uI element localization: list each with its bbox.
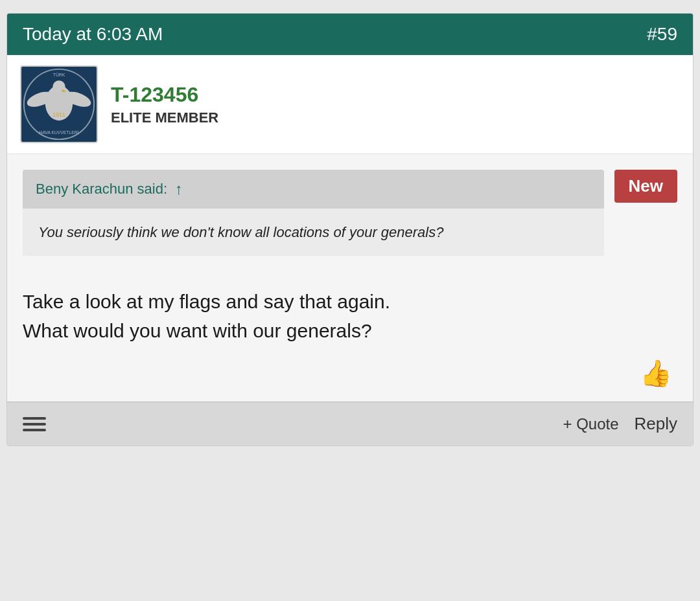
- quote-button[interactable]: + Quote: [563, 415, 618, 433]
- quote-arrow-icon: ↑: [175, 180, 183, 198]
- quote-content: You seriously think we don't know all lo…: [23, 209, 604, 256]
- footer-actions: + Quote Reply: [563, 414, 677, 434]
- post-number: #59: [647, 24, 677, 45]
- username: T-123456: [111, 83, 218, 107]
- svg-text:1911: 1911: [52, 111, 65, 118]
- svg-text:HAVA KUVVETLERİ: HAVA KUVVETLERİ: [40, 130, 79, 135]
- quote-header: Beny Karachun said: ↑: [23, 170, 604, 209]
- quote-inner: Beny Karachun said: ↑ You seriously thin…: [23, 170, 604, 256]
- hamburger-line-1: [23, 417, 46, 420]
- quote-and-badge-wrapper: Beny Karachun said: ↑ You seriously thin…: [23, 170, 677, 271]
- quote-author: Beny Karachun said:: [36, 181, 167, 198]
- menu-icon[interactable]: [23, 417, 46, 431]
- post-text-line2: What would you want with our generals?: [23, 320, 372, 341]
- avatar: HAVA KUVVETLERİ TÜRK 1911: [20, 65, 98, 143]
- hamburger-line-2: [23, 423, 46, 425]
- post-container: Today at 6:03 AM #59: [6, 13, 694, 446]
- user-rank: ELITE MEMBER: [111, 109, 218, 126]
- post-text: Take a look at my flags and say that aga…: [23, 287, 677, 345]
- hamburger-line-3: [23, 429, 46, 431]
- user-details: T-123456 ELITE MEMBER: [111, 83, 218, 126]
- post-header: Today at 6:03 AM #59: [7, 14, 693, 55]
- svg-text:TÜRK: TÜRK: [53, 73, 65, 77]
- post-body: Beny Karachun said: ↑ You seriously thin…: [7, 154, 693, 402]
- reactions-row: 👍: [23, 358, 677, 389]
- new-badge[interactable]: New: [614, 170, 677, 203]
- reply-button[interactable]: Reply: [635, 414, 677, 434]
- post-footer: + Quote Reply: [7, 402, 693, 446]
- thumbs-up-reaction[interactable]: 👍: [640, 358, 672, 389]
- quote-block: Beny Karachun said: ↑ You seriously thin…: [23, 170, 604, 271]
- post-text-line1: Take a look at my flags and say that aga…: [23, 291, 390, 312]
- user-info-row: HAVA KUVVETLERİ TÜRK 1911 T-123456 ELITE…: [7, 55, 693, 154]
- post-timestamp: Today at 6:03 AM: [23, 24, 163, 45]
